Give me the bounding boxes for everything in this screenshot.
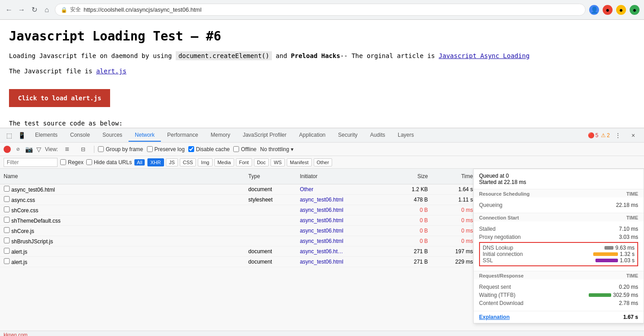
cell-size: 0 B bbox=[386, 236, 431, 246]
reload-button[interactable]: ↻ bbox=[30, 5, 39, 14]
filter-doc[interactable]: Doc bbox=[254, 158, 269, 166]
tab-network[interactable]: Network bbox=[129, 129, 161, 142]
throttle-select[interactable]: No throttling ▾ bbox=[260, 146, 294, 152]
filter-img[interactable]: Img bbox=[198, 158, 212, 166]
record-btn[interactable] bbox=[4, 146, 11, 153]
row-select[interactable] bbox=[4, 196, 10, 202]
hide-data-label[interactable]: Hide data URLs bbox=[86, 159, 132, 166]
cell-size: 478 B bbox=[386, 195, 431, 205]
ext-icon3[interactable]: ● bbox=[630, 5, 640, 15]
code2: Preload Hacks bbox=[291, 52, 340, 59]
tp-total: Explanation 1.67 s bbox=[474, 311, 644, 323]
user-icon[interactable]: 👤 bbox=[589, 5, 599, 15]
cell-time: 197 ms bbox=[431, 246, 476, 257]
filter-font[interactable]: Font bbox=[236, 158, 252, 166]
ext-icon2[interactable]: ● bbox=[616, 5, 626, 15]
more-options-btn[interactable]: ⋮ bbox=[613, 130, 623, 141]
async-loading-link[interactable]: Javascript Async Loading bbox=[439, 52, 529, 59]
cell-initiator: async_test06.html bbox=[296, 226, 386, 236]
cell-type: document bbox=[245, 257, 297, 267]
cell-size: 1.2 KB bbox=[386, 184, 431, 195]
tp-explanation-link[interactable]: Explanation bbox=[479, 314, 510, 320]
cell-type: document bbox=[245, 246, 297, 257]
regex-checkbox[interactable] bbox=[60, 159, 66, 165]
offline-label[interactable]: Offline bbox=[233, 146, 256, 152]
preserve-log-checkbox[interactable] bbox=[147, 146, 153, 152]
tab-layers[interactable]: Layers bbox=[391, 129, 420, 142]
forward-button[interactable]: → bbox=[17, 5, 26, 14]
tab-sources[interactable]: Sources bbox=[96, 129, 129, 142]
tab-memory[interactable]: Memory bbox=[204, 129, 236, 142]
source-label: The test source code as below: bbox=[9, 120, 635, 127]
filter-media[interactable]: Media bbox=[214, 158, 234, 166]
tab-js-profiler[interactable]: JavaScript Profiler bbox=[236, 129, 293, 142]
device-icon[interactable]: 📱 bbox=[16, 130, 27, 141]
clear-btn[interactable]: ⊘ bbox=[14, 146, 22, 153]
disable-cache-checkbox[interactable] bbox=[188, 146, 194, 152]
hide-data-checkbox[interactable] bbox=[86, 159, 92, 165]
cell-time: 229 ms bbox=[431, 257, 476, 267]
regex-label[interactable]: Regex bbox=[60, 159, 84, 166]
th-name[interactable]: Name bbox=[0, 169, 245, 184]
row-select[interactable] bbox=[4, 206, 10, 212]
filter-js[interactable]: JS bbox=[166, 158, 178, 166]
row-select[interactable] bbox=[4, 248, 10, 254]
desc-prefix: Loading Javascript file on daemond by us… bbox=[9, 52, 176, 59]
close-devtools-btn[interactable]: × bbox=[628, 130, 639, 141]
filter-manifest[interactable]: Manifest bbox=[287, 158, 312, 166]
cell-size: 0 B bbox=[386, 226, 431, 236]
filter-css[interactable]: CSS bbox=[180, 158, 196, 166]
network-toolbar: ⊘ 📷 ▽ View: ≡ ⊟ Group by frame Preserve … bbox=[0, 143, 644, 156]
cell-name: shCore.js bbox=[0, 226, 245, 236]
address-bar[interactable]: 🔒 安全 https://coolshell.cn/asyncjs/async_… bbox=[55, 4, 586, 16]
tab-performance[interactable]: Performance bbox=[161, 129, 204, 142]
network-table-container: Name Type Initiator Size Time Priority C… bbox=[0, 169, 644, 331]
offline-checkbox[interactable] bbox=[233, 146, 239, 152]
dns-bar bbox=[604, 246, 613, 250]
bottom-bar: kkpan.com bbox=[0, 331, 644, 336]
load-alert-btn[interactable]: Click to load alert.js bbox=[9, 89, 110, 107]
disable-cache-label[interactable]: Disable cache bbox=[188, 146, 230, 152]
inspect-icon[interactable]: ⬚ bbox=[4, 130, 14, 141]
preserve-log-label[interactable]: Preserve log bbox=[147, 146, 185, 152]
tab-application[interactable]: Application bbox=[293, 129, 332, 142]
cell-name: async_test06.html bbox=[0, 184, 245, 195]
th-type[interactable]: Type bbox=[245, 169, 297, 184]
cell-initiator: async_test06.html bbox=[296, 236, 386, 246]
alert-js-link[interactable]: alert.js bbox=[96, 67, 126, 75]
list-view-btn[interactable]: ≡ bbox=[62, 144, 72, 155]
ext-icon1[interactable]: ● bbox=[603, 5, 613, 15]
filter-ws[interactable]: WS bbox=[271, 158, 285, 166]
row-select[interactable] bbox=[4, 227, 10, 233]
group-by-frame-label[interactable]: Group by frame bbox=[98, 146, 143, 152]
cell-name: alert.js bbox=[0, 257, 245, 267]
row-select[interactable] bbox=[4, 258, 10, 264]
cell-size: 0 B bbox=[386, 215, 431, 226]
tab-elements[interactable]: Elements bbox=[29, 129, 64, 142]
tp-started-text: Started at 22.18 ms bbox=[479, 179, 638, 185]
home-button[interactable]: ⌂ bbox=[42, 5, 51, 14]
network-body-wrap[interactable]: Name Type Initiator Size Time Priority C… bbox=[0, 169, 644, 331]
back-button[interactable]: ← bbox=[4, 5, 13, 14]
filter-btn[interactable]: ▽ bbox=[36, 146, 41, 153]
cell-initiator: async_test06.html bbox=[296, 215, 386, 226]
th-time[interactable]: Time bbox=[431, 169, 476, 184]
tab-security[interactable]: Security bbox=[332, 129, 364, 142]
th-size[interactable]: Size bbox=[386, 169, 431, 184]
group-by-frame-checkbox[interactable] bbox=[98, 146, 104, 152]
filter-input[interactable] bbox=[4, 158, 58, 167]
row-select[interactable] bbox=[4, 217, 10, 223]
row-select[interactable] bbox=[4, 186, 10, 192]
tab-console[interactable]: Console bbox=[64, 129, 96, 142]
filter-other[interactable]: Other bbox=[314, 158, 333, 166]
th-initiator[interactable]: Initiator bbox=[296, 169, 386, 184]
page-desc2: The Javascript file is alert.js bbox=[9, 66, 635, 76]
detail-view-btn[interactable]: ⊟ bbox=[78, 144, 89, 155]
cell-size: 0 B bbox=[386, 205, 431, 215]
row-select[interactable] bbox=[4, 237, 10, 243]
tab-audits[interactable]: Audits bbox=[364, 129, 391, 142]
camera-btn[interactable]: 📷 bbox=[25, 146, 33, 153]
filter-xhr[interactable]: XHR bbox=[147, 158, 164, 166]
browser-chrome: ← → ↻ ⌂ 🔒 安全 https://coolshell.cn/asyncj… bbox=[0, 0, 644, 20]
desc2-prefix: The Javascript file is bbox=[9, 67, 96, 75]
